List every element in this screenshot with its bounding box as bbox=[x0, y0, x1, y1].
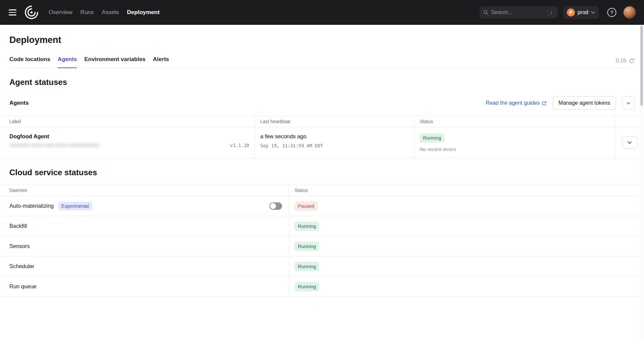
status-badge-paused: Paused bbox=[294, 201, 318, 211]
agent-statuses-section: Agent statuses Agents Read the agent gui… bbox=[0, 78, 644, 158]
table-row-backfill: Backfill Running bbox=[0, 216, 644, 236]
user-avatar[interactable] bbox=[623, 6, 636, 19]
search-shortcut-hint: / bbox=[548, 9, 555, 16]
refresh-timer: 0:16 bbox=[616, 58, 626, 64]
agents-subtitle: Agents bbox=[9, 100, 29, 106]
status-badge-running: Running bbox=[294, 262, 319, 271]
daemon-label: Run queue bbox=[9, 283, 37, 290]
agent-statuses-title: Agent statuses bbox=[9, 78, 635, 87]
page-title: Deployment bbox=[9, 35, 635, 45]
chevron-down-icon bbox=[628, 141, 632, 144]
tab-agents[interactable]: Agents bbox=[58, 53, 77, 68]
refresh-icon bbox=[629, 58, 635, 64]
deployment-switcher[interactable]: P prod bbox=[563, 6, 599, 19]
column-header-last-heartbeat: Last heartbeat bbox=[255, 116, 414, 127]
tab-alerts[interactable]: Alerts bbox=[153, 53, 169, 68]
search-icon bbox=[483, 10, 488, 15]
search-input[interactable]: / bbox=[480, 6, 558, 18]
table-row-run-queue: Run queue Running bbox=[0, 277, 644, 297]
table-row-auto-materializing: Auto-materializing Experimental Paused bbox=[0, 196, 644, 216]
column-header-daemon: Daemon bbox=[0, 185, 289, 196]
daemon-cell: Run queue bbox=[0, 277, 289, 296]
column-header-label: Label bbox=[0, 116, 255, 127]
nav-item-assets[interactable]: Assets bbox=[102, 9, 119, 16]
agent-heartbeat-cell: a few seconds ago Sep 19, 11:31:59 AM ED… bbox=[255, 127, 414, 158]
agent-table-row: Dogfood Agent 00000000-0000-0000-0000-00… bbox=[0, 127, 644, 158]
status-badge-running: Running bbox=[294, 242, 319, 251]
daemon-cell: Auto-materializing Experimental bbox=[0, 196, 289, 216]
nav-item-runs[interactable]: Runs bbox=[80, 9, 94, 16]
deployment-name: prod bbox=[578, 9, 588, 15]
svg-text:?: ? bbox=[610, 10, 613, 15]
deployment-initial-badge: P bbox=[567, 8, 575, 16]
agent-guides-link-label: Read the agent guides bbox=[486, 100, 540, 106]
refresh-area: 0:16 bbox=[616, 58, 635, 68]
dagster-logo-icon bbox=[24, 5, 39, 20]
agents-table: Label Last heartbeat Status Dogfood Agen… bbox=[0, 116, 644, 158]
agent-guides-link[interactable]: Read the agent guides bbox=[486, 100, 547, 106]
cloud-service-statuses-title: Cloud service statuses bbox=[9, 168, 635, 177]
help-button[interactable]: ? bbox=[607, 7, 617, 17]
dagster-logo[interactable] bbox=[24, 5, 39, 20]
external-link-icon bbox=[542, 101, 547, 106]
daemon-status-cell: Running bbox=[289, 216, 644, 236]
agents-subheader: Agents Read the agent guides Manage agen… bbox=[9, 96, 635, 110]
agents-table-header: Label Last heartbeat Status bbox=[0, 116, 644, 127]
chevron-down-icon bbox=[627, 102, 630, 104]
hamburger-icon bbox=[9, 9, 16, 10]
chevron-down-icon bbox=[591, 11, 595, 14]
daemon-label: Backfill bbox=[9, 223, 27, 229]
agent-id-redacted: 00000000-0000-0000-0000-000000000000 bbox=[9, 143, 99, 148]
tabs: Code locations Agents Environment variab… bbox=[9, 53, 169, 68]
cloud-service-statuses-section: Cloud service statuses Daemon Status Aut… bbox=[0, 168, 644, 297]
agent-row-expand-button[interactable] bbox=[622, 137, 638, 149]
heartbeat-relative: a few seconds ago bbox=[260, 133, 409, 140]
experimental-badge: Experimental bbox=[58, 202, 92, 210]
status-badge-running: Running bbox=[294, 222, 319, 231]
status-note: No recent errors bbox=[420, 146, 609, 152]
cloud-services-table: Daemon Status Auto-materializing Experim… bbox=[0, 185, 644, 297]
daemon-cell: Sensors bbox=[0, 236, 289, 256]
tab-environment-variables[interactable]: Environment variables bbox=[84, 53, 145, 68]
refresh-button[interactable] bbox=[629, 58, 635, 64]
nav-item-deployment[interactable]: Deployment bbox=[127, 9, 160, 16]
daemon-status-cell: Running bbox=[289, 277, 644, 296]
agent-options-button[interactable] bbox=[622, 96, 635, 110]
daemon-status-cell: Paused bbox=[289, 196, 644, 216]
agents-actions: Read the agent guides Manage agent token… bbox=[486, 96, 635, 110]
daemon-label: Auto-materializing bbox=[9, 203, 54, 209]
scrollbar-track[interactable] bbox=[639, 25, 644, 341]
hamburger-menu-button[interactable] bbox=[8, 7, 17, 17]
column-header-status: Status bbox=[414, 116, 615, 127]
daemon-status-cell: Running bbox=[289, 236, 644, 256]
heartbeat-timestamp: Sep 19, 11:31:59 AM EDT bbox=[260, 143, 409, 148]
daemon-label: Sensors bbox=[9, 243, 30, 249]
status-badge-running: Running bbox=[420, 133, 444, 143]
manage-agent-tokens-button[interactable]: Manage agent tokens bbox=[553, 96, 616, 110]
status-badge-running: Running bbox=[294, 282, 319, 291]
daemon-status-cell: Running bbox=[289, 256, 644, 276]
daemon-cell: Scheduler bbox=[0, 256, 289, 276]
page-header: Deployment Code locations Agents Environ… bbox=[0, 25, 644, 68]
primary-nav: Overview Runs Assets Deployment bbox=[49, 9, 160, 16]
agent-version: v1.1.20 bbox=[230, 143, 249, 148]
nav-item-overview[interactable]: Overview bbox=[49, 9, 72, 16]
top-nav: Overview Runs Assets Deployment / P prod… bbox=[0, 0, 644, 25]
scrollbar-thumb[interactable] bbox=[640, 26, 643, 106]
tab-code-locations[interactable]: Code locations bbox=[9, 53, 50, 68]
toggle-knob bbox=[270, 203, 276, 209]
agent-status-cell: Running No recent errors bbox=[414, 127, 615, 158]
search-field[interactable] bbox=[491, 9, 535, 15]
column-header-status: Status bbox=[289, 185, 644, 196]
agent-name: Dogfood Agent bbox=[9, 133, 249, 140]
table-row-sensors: Sensors Running bbox=[0, 236, 644, 256]
daemon-label: Scheduler bbox=[9, 263, 34, 270]
table-row-scheduler: Scheduler Running bbox=[0, 256, 644, 277]
cloud-table-header: Daemon Status bbox=[0, 185, 644, 196]
auto-materializing-toggle[interactable] bbox=[269, 202, 282, 210]
tabs-row: Code locations Agents Environment variab… bbox=[9, 53, 635, 68]
help-icon: ? bbox=[607, 7, 617, 17]
daemon-cell: Backfill bbox=[0, 216, 289, 236]
agent-label-cell: Dogfood Agent 00000000-0000-0000-0000-00… bbox=[0, 127, 255, 158]
